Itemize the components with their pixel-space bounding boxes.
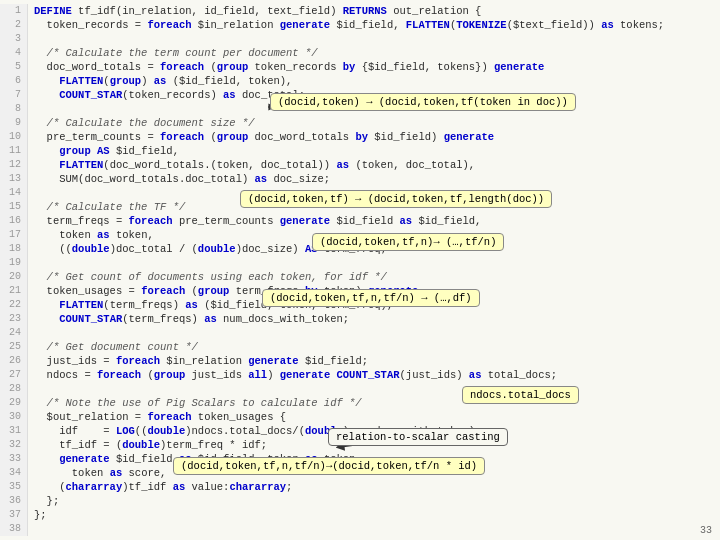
line-content: /* Calculate the TF */	[34, 200, 720, 214]
line-number: 1	[0, 4, 28, 18]
line-number: 30	[0, 410, 28, 424]
line-number: 13	[0, 172, 28, 186]
line-content: group AS $id_field,	[34, 144, 720, 158]
line-number: 33	[0, 452, 28, 466]
line-number: 22	[0, 298, 28, 312]
line-number: 28	[0, 382, 28, 396]
line-number: 10	[0, 130, 28, 144]
line-content: token as token,	[34, 228, 720, 242]
line-content: /* Calculate the document size */	[34, 116, 720, 130]
line-content: };	[34, 494, 720, 508]
line-number: 23	[0, 312, 28, 326]
code-line: 37};	[0, 508, 720, 522]
line-number: 35	[0, 480, 28, 494]
code-line: 4 /* Calculate the term count per docume…	[0, 46, 720, 60]
code-line: 22 FLATTEN(term_freqs) as ($id_field, to…	[0, 298, 720, 312]
code-line: 30 $out_relation = foreach token_usages …	[0, 410, 720, 424]
line-number: 14	[0, 186, 28, 200]
line-number: 7	[0, 88, 28, 102]
line-number: 38	[0, 522, 28, 536]
code-line: 12 FLATTEN(doc_word_totals.(token, doc_t…	[0, 158, 720, 172]
line-number: 18	[0, 242, 28, 256]
code-line: 29 /* Note the use of Pig Scalars to cal…	[0, 396, 720, 410]
line-content: COUNT_STAR(token_records) as doc_total;	[34, 88, 720, 102]
line-content: COUNT_STAR(term_freqs) as num_docs_with_…	[34, 312, 720, 326]
code-line: 11 group AS $id_field,	[0, 144, 720, 158]
line-content: ndocs = foreach (group just_ids all) gen…	[34, 368, 720, 382]
code-line: 6 FLATTEN(group) as ($id_field, token),	[0, 74, 720, 88]
line-content: term_freqs = foreach pre_term_counts gen…	[34, 214, 720, 228]
code-line: 7 COUNT_STAR(token_records) as doc_total…	[0, 88, 720, 102]
code-line: 25 /* Get document count */	[0, 340, 720, 354]
line-content: FLATTEN(group) as ($id_field, token),	[34, 74, 720, 88]
code-line: 34 token as score,	[0, 466, 720, 480]
line-content: idf = LOG((double)ndocs.total_docs/(doub…	[34, 424, 720, 438]
line-content: (chararray)tf_idf as value:chararray;	[34, 480, 720, 494]
code-line: 18 ((double)doc_total / (double)doc_size…	[0, 242, 720, 256]
code-line: 28	[0, 382, 720, 396]
line-number: 25	[0, 340, 28, 354]
code-line: 33 generate $id_field as $id_field, toke…	[0, 452, 720, 466]
line-number: 2	[0, 18, 28, 32]
code-area: 1DEFINE tf_idf(in_relation, id_field, te…	[0, 0, 720, 540]
code-line: 3	[0, 32, 720, 46]
code-line: 23 COUNT_STAR(term_freqs) as num_docs_wi…	[0, 312, 720, 326]
line-number: 24	[0, 326, 28, 340]
line-number: 32	[0, 438, 28, 452]
code-line: 24	[0, 326, 720, 340]
line-content: just_ids = foreach $in_relation generate…	[34, 354, 720, 368]
line-content: };	[34, 508, 720, 522]
line-content: FLATTEN(doc_word_totals.(token, doc_tota…	[34, 158, 720, 172]
line-number: 19	[0, 256, 28, 270]
line-content: /* Get count of documents using each tok…	[34, 270, 720, 284]
line-content: pre_term_counts = foreach (group doc_wor…	[34, 130, 720, 144]
code-line: 19	[0, 256, 720, 270]
code-line: 9 /* Calculate the document size */	[0, 116, 720, 130]
code-line: 5 doc_word_totals = foreach (group token…	[0, 60, 720, 74]
line-number: 21	[0, 284, 28, 298]
line-number: 36	[0, 494, 28, 508]
line-content: token_records = foreach $in_relation gen…	[34, 18, 720, 32]
line-content: doc_word_totals = foreach (group token_r…	[34, 60, 720, 74]
line-content: /* Note the use of Pig Scalars to calcul…	[34, 396, 720, 410]
line-content: /* Calculate the term count per document…	[34, 46, 720, 60]
code-line: 38	[0, 522, 720, 536]
line-content: token as score,	[34, 466, 720, 480]
code-line: 10 pre_term_counts = foreach (group doc_…	[0, 130, 720, 144]
code-line: 20 /* Get count of documents using each …	[0, 270, 720, 284]
line-number: 29	[0, 396, 28, 410]
line-number: 15	[0, 200, 28, 214]
line-number: 27	[0, 368, 28, 382]
code-line: 27 ndocs = foreach (group just_ids all) …	[0, 368, 720, 382]
code-line: 2 token_records = foreach $in_relation g…	[0, 18, 720, 32]
line-number: 34	[0, 466, 28, 480]
code-line: 31 idf = LOG((double)ndocs.total_docs/(d…	[0, 424, 720, 438]
page-number: 33	[700, 525, 712, 536]
code-line: 13 SUM(doc_word_totals.doc_total) as doc…	[0, 172, 720, 186]
code-line: 32 tf_idf = (double)term_freq * idf;	[0, 438, 720, 452]
line-number: 5	[0, 60, 28, 74]
code-line: 16 term_freqs = foreach pre_term_counts …	[0, 214, 720, 228]
line-number: 6	[0, 74, 28, 88]
line-content: token_usages = foreach (group term_freqs…	[34, 284, 720, 298]
line-content: ((double)doc_total / (double)doc_size) A…	[34, 242, 720, 256]
line-content: SUM(doc_word_totals.doc_total) as doc_si…	[34, 172, 720, 186]
code-line: 1DEFINE tf_idf(in_relation, id_field, te…	[0, 4, 720, 18]
line-number: 11	[0, 144, 28, 158]
code-line: 17 token as token,	[0, 228, 720, 242]
code-line: 15 /* Calculate the TF */	[0, 200, 720, 214]
line-number: 37	[0, 508, 28, 522]
line-number: 4	[0, 46, 28, 60]
line-number: 16	[0, 214, 28, 228]
line-content: generate $id_field as $id_field, token a…	[34, 452, 720, 466]
code-line: 14	[0, 186, 720, 200]
line-content: DEFINE tf_idf(in_relation, id_field, tex…	[34, 4, 720, 18]
code-line: 21 token_usages = foreach (group term_fr…	[0, 284, 720, 298]
code-line: 26 just_ids = foreach $in_relation gener…	[0, 354, 720, 368]
line-content: tf_idf = (double)term_freq * idf;	[34, 438, 720, 452]
code-line: 8	[0, 102, 720, 116]
line-number: 31	[0, 424, 28, 438]
line-content: FLATTEN(term_freqs) as ($id_field, token…	[34, 298, 720, 312]
line-number: 3	[0, 32, 28, 46]
line-number: 26	[0, 354, 28, 368]
